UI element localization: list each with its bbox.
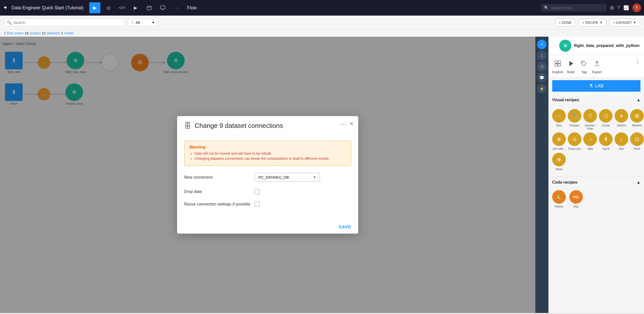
statsbar: 2 flow zones 10 recipes 11 datasets 1 mo… [0, 30, 644, 37]
flow-zones-link[interactable]: flow zones [7, 31, 24, 35]
recipe-split[interactable]: ↔ Split [583, 132, 597, 150]
recipe-window[interactable]: ⊞ Window [630, 109, 644, 130]
add-dataset-label: + DATASET [613, 21, 632, 25]
sql-icon: SQL [569, 190, 583, 204]
distinct-label: Distinct [617, 124, 626, 127]
recipe-sort[interactable]: ↕ Sort [615, 132, 628, 150]
recipe-sync[interactable]: → Sync [552, 109, 566, 130]
settings-icon-btn[interactable]: ◎ [103, 2, 114, 13]
flow-search-input[interactable] [13, 20, 122, 25]
topbar: ✦ Data Engineer Quick Start (Tutorial) ▶… [0, 0, 644, 16]
flow-search[interactable]: 🔍 [4, 19, 125, 26]
build-action[interactable]: Build [565, 58, 576, 74]
grid-icon[interactable]: ⊞ [610, 5, 614, 11]
code-recipes-header[interactable]: Code recipes ▲ [549, 177, 644, 188]
save-button[interactable]: SAVE [339, 225, 351, 230]
recipe-sql[interactable]: SQL SQL [569, 190, 583, 208]
pivot-icon: ⊡ [630, 132, 644, 146]
sort-label: Sort [619, 147, 624, 150]
run-icon-btn[interactable]: ▶ [130, 2, 141, 13]
explore-action[interactable]: Explore [552, 58, 563, 74]
tag-label: Tag [581, 70, 587, 74]
recipe-fuzzy-join[interactable]: ⊙ Fuzzy join [568, 132, 581, 150]
modal-minimize-button[interactable]: — [341, 121, 346, 127]
avatar[interactable]: T [632, 4, 641, 12]
join-label: Join with... [552, 147, 566, 150]
connection-value: PC_DATAIKU_DB [258, 175, 289, 179]
trend-icon[interactable]: 📈 [623, 5, 629, 11]
reuse-settings-row: Reuse connection settings if possible [184, 202, 351, 207]
code-icon-btn[interactable]: </> [116, 2, 128, 13]
recipe-pivot[interactable]: ⊡ Pivot [630, 132, 644, 150]
add-zone-button[interactable]: + ZONE [555, 19, 575, 26]
connection-dropdown[interactable]: PC_DATAIKU_DB ▼ [255, 173, 320, 182]
warning-box: Warning Data will not be moved and will … [184, 141, 351, 166]
svg-rect-7 [555, 61, 557, 63]
recipe-distinct[interactable]: ≠ Distinct [615, 109, 628, 130]
modal-header: 🗄 Change 9 dataset connections — ✕ [177, 116, 358, 135]
add-nav-button[interactable]: + [537, 40, 547, 49]
filter-dropdown[interactable]: ▽ All ▼ [128, 19, 158, 26]
more-icon-btn[interactable]: ⋯ [171, 2, 182, 13]
prepare-label: Prepare [570, 124, 579, 127]
recipe-stack[interactable]: ⊕ Stack [552, 153, 566, 171]
schedule-icon-btn[interactable] [144, 2, 155, 13]
pivot-label: Pivot [634, 147, 640, 150]
modal-footer: SAVE [177, 220, 358, 234]
info-nav-button[interactable]: ℹ [537, 51, 547, 60]
subtoolbar: 🔍 ▽ All ▼ + ZONE + RECIPE ▼ + DATASET ▼ [0, 16, 644, 30]
fuzzy-join-icon: ⊙ [568, 132, 581, 146]
recipe-join[interactable]: ⊗ Join with... [552, 132, 566, 150]
sort-icon: ↕ [615, 132, 628, 146]
export-label: Export [592, 70, 602, 74]
side-nav: + ℹ ☰ 💬 ⚡ [535, 37, 548, 313]
prepare-icon: 🔧 [568, 109, 581, 123]
help-icon[interactable]: ? [617, 5, 620, 11]
fuzzy-join-label: Fuzzy join [568, 147, 581, 150]
add-dataset-button[interactable]: + DATASET ▼ [610, 19, 640, 26]
drop-data-row: Drop data [184, 189, 351, 194]
recipe-group[interactable]: ⬡ Group [599, 109, 613, 130]
global-search[interactable]: 🔍 [541, 4, 607, 12]
lab-button[interactable]: ⚗ LAB [552, 80, 640, 92]
stack-label: Stack [555, 168, 562, 171]
add-recipe-button[interactable]: + RECIPE ▼ [578, 19, 606, 26]
app-logo: ✦ [3, 5, 8, 11]
search-icon: 🔍 [7, 20, 12, 25]
model-link[interactable]: model [64, 31, 73, 35]
datasets-link[interactable]: datasets [47, 31, 60, 35]
visual-recipes-header[interactable]: Visual recipes ▲ [549, 95, 644, 106]
reuse-settings-checkbox[interactable] [255, 202, 260, 207]
recipe-top-n[interactable]: ⬆ Top N [599, 132, 613, 150]
recipes-link[interactable]: recipes [29, 31, 41, 35]
sample-filter-icon: ▽ [583, 109, 597, 123]
monitor-icon-btn[interactable] [157, 2, 168, 13]
recipe-prepare[interactable]: 🔧 Prepare [568, 109, 581, 130]
recipe-sample-filter[interactable]: ▽ Sample / Filter [583, 109, 597, 130]
window-icon: ⊞ [630, 109, 644, 123]
global-search-input[interactable] [551, 6, 603, 10]
top-n-icon: ⬆ [599, 132, 613, 146]
list-nav-button[interactable]: ☰ [537, 62, 547, 71]
modal-body: Warning Data will not be moved and will … [177, 135, 358, 220]
flow-icon-btn[interactable]: ▶ [89, 2, 100, 13]
tag-action[interactable]: Tag [578, 58, 589, 74]
drop-data-checkbox[interactable] [255, 189, 260, 194]
svg-marker-11 [569, 61, 573, 66]
python-label: Python [555, 205, 563, 208]
sidebar-dataset-header: → ❄ flight_data_prepared_with_python [549, 37, 644, 55]
svg-rect-9 [555, 64, 557, 66]
code-recipes-label: Code recipes [552, 180, 577, 185]
main-area: Ingest + Data Checks ⬆ flight_data → ❄ f… [0, 37, 644, 313]
recipe-python[interactable]: 🐍 Python [552, 190, 566, 208]
chat-nav-button[interactable]: 💬 [537, 73, 547, 82]
stack-icon: ⊕ [552, 153, 566, 166]
export-action[interactable]: Export [591, 58, 602, 74]
app-title: Data Engineer Quick Start (Tutorial) [12, 5, 83, 11]
bolt-nav-button[interactable]: ⚡ [537, 84, 547, 93]
filter-chevron-icon: ▼ [152, 21, 155, 24]
dropdown-chevron-icon: ▼ [313, 175, 316, 179]
modal-close-button[interactable]: ✕ [349, 121, 354, 127]
python-icon: 🐍 [552, 190, 566, 204]
more-actions-button[interactable]: ⋮ [635, 58, 640, 74]
